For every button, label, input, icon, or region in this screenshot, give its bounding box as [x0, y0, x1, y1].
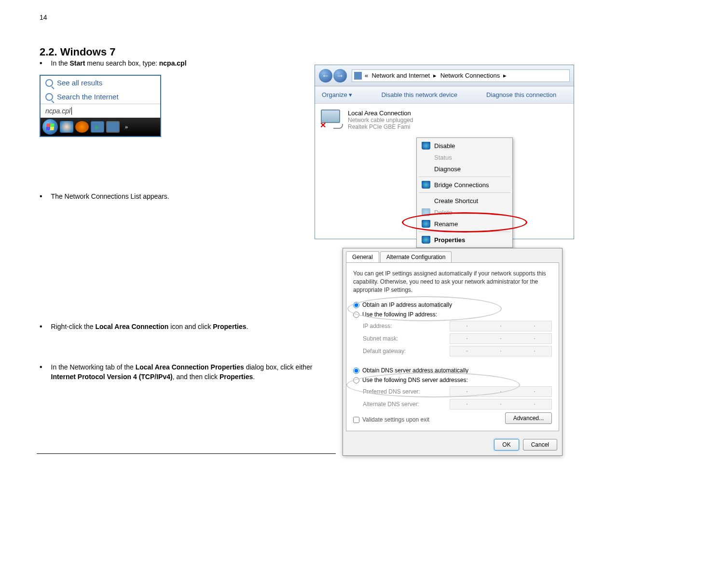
radio-auto-dns[interactable]: Obtain DNS server address automatically	[353, 367, 552, 374]
b3-bold-lac: Local Area Connection	[95, 323, 168, 330]
network-adapter-icon: ✕	[321, 109, 344, 129]
subnet-row: Subnet mask:	[363, 333, 552, 344]
b1-bold-start: Start	[70, 59, 85, 67]
section-heading: 2.2. Windows 7	[40, 46, 116, 58]
bc-arrow-icon: ▸	[433, 72, 437, 79]
start-orb[interactable]	[42, 119, 58, 135]
ctx-status: Status	[418, 151, 511, 163]
b4-bold-ipv4: Internet Protocol Version 4 (TCP/IPv4)	[51, 373, 173, 381]
checkbox-input[interactable]	[353, 417, 359, 423]
ipv4-desc: You can get IP settings assigned automat…	[353, 270, 552, 294]
forward-button[interactable]: →	[333, 69, 347, 82]
explorer-body: ✕ Local Area Connection Network cable un…	[315, 104, 574, 239]
local-area-connection-item[interactable]: ✕ Local Area Connection Network cable un…	[321, 109, 568, 130]
bc-sep: «	[365, 72, 368, 79]
shield-icon	[422, 208, 430, 216]
validate-label: Validate settings upon exit	[362, 416, 429, 423]
ctx-status-label: Status	[434, 154, 452, 161]
radio-input[interactable]	[353, 368, 359, 374]
pref-dns-field	[450, 386, 552, 397]
explorer-toolbar: Organize ▾ Disable this network device D…	[315, 86, 574, 104]
spacer-icon	[422, 197, 430, 205]
ctx-disable[interactable]: Disable	[418, 140, 511, 151]
page-number: 14	[40, 14, 47, 21]
radio-manual-dns-label: Use the following DNS server addresses:	[362, 377, 468, 383]
separator	[419, 177, 510, 177]
taskbar-more[interactable]: »	[122, 124, 131, 130]
context-menu: Disable Status Diagnose Bridge Connectio…	[416, 137, 513, 248]
page-rule	[37, 453, 336, 454]
radio-auto-dns-label: Obtain DNS server address automatically	[362, 367, 468, 374]
gateway-field	[450, 346, 552, 356]
spacer-icon	[422, 153, 430, 161]
bullet-dot: •	[40, 322, 42, 331]
radio-input[interactable]	[353, 377, 359, 383]
media-player-icon[interactable]	[75, 121, 89, 133]
radio-auto-ip-label: Obtain an IP address automatically	[362, 301, 452, 308]
radio-manual-ip-label: Use the following IP address:	[362, 311, 437, 318]
network-connections-window: ← → « Network and Internet ▸ Network Con…	[315, 65, 574, 239]
subnet-label: Subnet mask:	[363, 335, 450, 342]
b4-bold-props: Properties	[220, 373, 253, 381]
alt-dns-field	[450, 399, 552, 410]
radio-auto-ip[interactable]: Obtain an IP address automatically	[353, 301, 552, 308]
lac-adapter: Realtek PCIe GBE Fami	[348, 123, 413, 130]
b3-bold-props: Properties	[213, 323, 246, 330]
back-button[interactable]: ←	[319, 69, 332, 82]
advanced-button[interactable]: Advanced...	[505, 412, 552, 424]
alt-dns-row: Alternate DNS server:	[363, 399, 552, 410]
b1-text-pre: In the	[51, 59, 70, 67]
b4-pre: In the Networking tab of the	[51, 363, 136, 371]
folder-icon[interactable]	[91, 121, 104, 133]
bc-arrow-icon: ▸	[503, 72, 507, 79]
b1-text-mid: menu search box, type:	[85, 59, 159, 67]
ctx-diagnose[interactable]: Diagnose	[418, 163, 511, 175]
error-x-icon: ✕	[320, 121, 326, 130]
spacer-icon	[422, 165, 430, 173]
bc-net-connections[interactable]: Network Connections	[440, 72, 500, 79]
ipv4-properties-dialog: General Alternate Configuration You can …	[343, 248, 563, 456]
radio-input[interactable]	[353, 302, 359, 308]
bullet-dot: •	[40, 59, 42, 68]
ie-icon[interactable]	[60, 121, 73, 133]
b4-post: .	[253, 373, 255, 381]
start-menu-mock: See all results Search the Internet ncpa…	[40, 75, 161, 137]
search-internet[interactable]: Search the Internet	[41, 90, 160, 104]
lac-title: Local Area Connection	[348, 109, 413, 117]
search-box[interactable]: ncpa.cpl	[41, 104, 160, 118]
monitor-icon[interactable]	[106, 121, 120, 133]
see-all-results[interactable]: See all results	[41, 76, 160, 90]
radio-manual-dns[interactable]: Use the following DNS server addresses:	[353, 377, 552, 383]
tab-general[interactable]: General	[346, 251, 379, 262]
explorer-titlebar: ← → « Network and Internet ▸ Network Con…	[315, 65, 574, 86]
ctx-properties[interactable]: Properties	[418, 234, 511, 246]
bullet-4: • In the Networking tab of the Local Are…	[40, 363, 321, 382]
radio-input[interactable]	[353, 312, 359, 318]
ok-button[interactable]: OK	[494, 439, 519, 451]
breadcrumb[interactable]: « Network and Internet ▸ Network Connect…	[352, 69, 570, 82]
ctx-bridge-label: Bridge Connections	[434, 181, 489, 189]
b3-mid: icon and click	[168, 323, 213, 330]
ctx-shortcut[interactable]: Create Shortcut	[418, 195, 511, 206]
shield-icon	[422, 181, 430, 189]
cancel-button[interactable]: Cancel	[523, 439, 557, 451]
diagnose-connection-button[interactable]: Diagnose this connection	[486, 91, 556, 98]
bc-net-internet[interactable]: Network and Internet	[371, 72, 430, 79]
bullet-3: • Right-click the Local Area Connection …	[40, 322, 248, 331]
windows-flag-icon	[46, 123, 54, 130]
disable-device-button[interactable]: Disable this network device	[381, 91, 457, 98]
ctx-rename-label: Rename	[434, 220, 458, 228]
shield-icon	[422, 220, 430, 228]
organize-menu[interactable]: Organize ▾	[322, 91, 352, 98]
lac-status: Network cable unplugged	[348, 117, 413, 123]
gateway-row: Default gateway:	[363, 346, 552, 356]
b3-post: .	[246, 323, 248, 330]
bullet-1: • In the Start menu search box, type: nc…	[40, 59, 187, 68]
tab-alternate[interactable]: Alternate Configuration	[380, 251, 452, 262]
radio-manual-ip[interactable]: Use the following IP address:	[353, 311, 552, 318]
ctx-rename[interactable]: Rename	[418, 218, 511, 230]
bullet-dot: •	[40, 363, 42, 371]
separator	[419, 192, 510, 193]
ctx-bridge[interactable]: Bridge Connections	[418, 179, 511, 191]
ctx-diagnose-label: Diagnose	[434, 165, 461, 173]
